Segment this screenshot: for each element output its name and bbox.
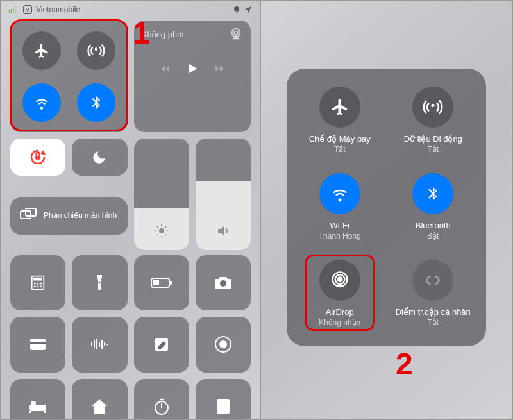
brightness-slider[interactable]	[134, 139, 189, 250]
step-number-1: 1	[133, 15, 150, 51]
airdrop-status: Không nhận	[319, 318, 360, 327]
svg-line-12	[157, 226, 158, 228]
hotspot-title: Điểm tr.cập cá nhân	[396, 307, 471, 317]
svg-point-7	[159, 228, 164, 233]
orientation-lock-toggle[interactable]	[10, 139, 65, 176]
control-center-grid: Không phát	[1, 15, 260, 255]
alarm-icon	[233, 6, 240, 13]
airdrop-item[interactable]: AirDrop Không nhận	[299, 260, 380, 327]
svg-rect-29	[153, 280, 159, 285]
prev-track-button[interactable]	[160, 63, 171, 77]
svg-point-54	[337, 277, 342, 281]
screen-record-shortcut[interactable]	[196, 317, 251, 372]
svg-rect-32	[30, 342, 46, 344]
carrier-label: Vietnamobile	[36, 5, 80, 14]
hotspot-status: Tắt	[427, 318, 439, 327]
voice-memo-shortcut[interactable]	[72, 317, 127, 372]
wifi-toggle[interactable]	[22, 83, 61, 122]
airdrop-icon	[319, 260, 360, 301]
bedtime-shortcut[interactable]	[10, 379, 65, 419]
panel-1-control-center: 1 V Vietnamobile	[1, 1, 261, 419]
cellular-toggle[interactable]	[77, 31, 115, 70]
notes-shortcut[interactable]	[134, 317, 189, 372]
bluetooth-icon	[412, 173, 453, 214]
wallet-shortcut[interactable]	[10, 317, 65, 372]
bluetooth-item[interactable]: Bluetooth Bật	[393, 173, 474, 240]
svg-rect-2	[13, 8, 14, 13]
volume-icon	[215, 223, 231, 241]
cellular-item[interactable]: Dữ liệu Di động Tắt	[393, 87, 474, 154]
svg-rect-43	[29, 405, 46, 411]
svg-point-22	[40, 283, 42, 285]
flashlight-shortcut[interactable]	[72, 255, 127, 310]
quick-actions-grid	[1, 255, 260, 419]
airplane-status: Tắt	[334, 145, 346, 154]
svg-point-20	[34, 283, 36, 285]
media-tile[interactable]: Không phát	[134, 21, 251, 132]
connectivity-tile[interactable]	[10, 21, 128, 132]
svg-rect-0	[9, 10, 10, 13]
svg-rect-28	[170, 281, 172, 285]
calculator-shortcut[interactable]	[10, 255, 65, 310]
svg-point-42	[219, 340, 227, 348]
wifi-icon	[319, 173, 360, 214]
svg-point-23	[34, 286, 36, 288]
step-number-2: 2	[396, 346, 413, 382]
vpn-badge: V	[23, 5, 32, 14]
brightness-icon	[154, 223, 169, 241]
svg-point-26	[99, 282, 101, 284]
wifi-status: Thanh Hong	[319, 231, 361, 240]
timer-shortcut[interactable]	[134, 379, 189, 419]
accessibility-shortcut[interactable]	[196, 379, 251, 419]
svg-rect-44	[31, 401, 36, 405]
panel-2-expanded: 2 Chế độ Máy bay Tắt Dữ liệu Di động Tắt…	[261, 1, 512, 419]
airplane-mode-toggle[interactable]	[22, 31, 61, 70]
svg-rect-3	[15, 6, 16, 13]
svg-rect-1	[11, 9, 12, 13]
signal-icon	[9, 6, 19, 13]
bluetooth-toggle[interactable]	[77, 83, 115, 122]
cellular-icon	[412, 87, 453, 128]
hotspot-icon	[412, 260, 453, 301]
do-not-disturb-toggle[interactable]	[72, 139, 127, 176]
next-track-button[interactable]	[214, 63, 225, 77]
expanded-connectivity-card: Chế độ Máy bay Tắt Dữ liệu Di động Tắt W…	[287, 69, 486, 346]
svg-rect-19	[33, 278, 42, 281]
svg-point-21	[37, 283, 39, 285]
svg-rect-6	[35, 156, 40, 160]
airdrop-title: AirDrop	[326, 307, 354, 317]
bluetooth-title: Bluetooth	[416, 221, 451, 230]
svg-point-30	[220, 280, 226, 287]
mirror-icon	[19, 207, 37, 225]
airplane-mode-item[interactable]: Chế độ Máy bay Tắt	[299, 87, 380, 154]
cellular-status: Tắt	[427, 145, 439, 154]
svg-rect-46	[44, 411, 46, 413]
svg-rect-31	[30, 339, 46, 350]
battery-shortcut[interactable]	[134, 255, 189, 310]
camera-shortcut[interactable]	[196, 255, 251, 310]
svg-line-13	[165, 235, 166, 236]
hotspot-item[interactable]: Điểm tr.cập cá nhân Tắt	[393, 260, 474, 327]
bluetooth-status: Bật	[427, 231, 439, 240]
mirror-label: Phản chiếu màn hình	[44, 211, 117, 221]
cellular-title: Dữ liệu Di động	[404, 134, 462, 144]
wifi-item[interactable]: Wi-Fi Thanh Hong	[299, 173, 380, 240]
play-button[interactable]	[185, 62, 199, 78]
svg-line-15	[165, 226, 166, 228]
svg-point-5	[234, 31, 238, 35]
screen-mirroring-button[interactable]: Phản chiếu màn hình	[10, 197, 128, 235]
airplane-title: Chế độ Máy bay	[309, 134, 371, 144]
wifi-title: Wi-Fi	[330, 221, 349, 230]
status-bar: V Vietnamobile	[1, 1, 260, 15]
location-icon	[244, 6, 252, 13]
home-shortcut[interactable]	[72, 379, 127, 419]
airplay-icon[interactable]	[229, 27, 243, 44]
airplane-icon	[319, 87, 360, 128]
tutorial-image: 1 V Vietnamobile	[0, 0, 513, 420]
volume-slider[interactable]	[196, 139, 251, 250]
svg-point-24	[37, 286, 39, 288]
svg-line-14	[157, 235, 158, 236]
svg-point-25	[40, 286, 42, 288]
svg-rect-45	[29, 411, 31, 413]
